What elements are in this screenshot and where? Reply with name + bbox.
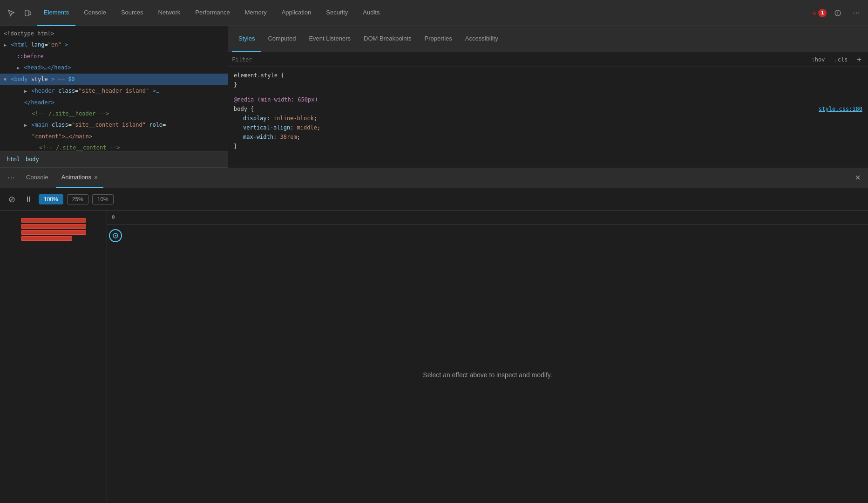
bottom-more-icon: ⋯ bbox=[7, 173, 15, 182]
cursor-icon-btn[interactable] bbox=[4, 7, 19, 19]
toolbar-right: ✕ 1 ⋯ bbox=[813, 7, 864, 19]
header-attrs: class="site__header island" bbox=[58, 88, 149, 94]
animations-tab-close[interactable]: × bbox=[94, 174, 98, 181]
pause-icon: ⏸ bbox=[25, 195, 32, 204]
comment-header-text: <!-- /.site__header --> bbox=[32, 110, 109, 117]
node-comment-header: <!-- /.site__header --> bbox=[0, 108, 228, 119]
tab-properties[interactable]: Properties bbox=[418, 26, 459, 52]
node-before[interactable]: ::before bbox=[0, 51, 228, 62]
tab-network[interactable]: Network bbox=[152, 0, 187, 26]
error-indicator[interactable]: ✕ 1 bbox=[813, 9, 827, 17]
tab-sources[interactable]: Sources bbox=[115, 0, 150, 26]
select-effect-message: Select an effect above to inspect and mo… bbox=[107, 247, 868, 503]
pause-btn[interactable]: ⏸ bbox=[22, 194, 35, 204]
speed-10-btn[interactable]: 10% bbox=[92, 194, 114, 204]
timeline-header: 0 bbox=[107, 211, 868, 224]
hov-button[interactable]: :hov bbox=[809, 55, 828, 64]
no-animations-btn[interactable]: ⊘ bbox=[6, 193, 18, 205]
svg-rect-1 bbox=[29, 12, 31, 15]
body-dollar0: $0 bbox=[68, 76, 75, 82]
elements-panel: <!doctype html> <html lang="en" > ::befo… bbox=[0, 26, 228, 168]
node-header[interactable]: <header class="site__header island" >… bbox=[0, 85, 228, 97]
css-element-selector: element.style { bbox=[234, 71, 862, 80]
pseudo-before: ::before bbox=[17, 53, 44, 60]
svg-rect-0 bbox=[25, 10, 29, 16]
comment-content-text: <!-- /.site__content --> bbox=[39, 144, 120, 151]
body-tag: <body bbox=[11, 76, 27, 82]
preview-bar-3 bbox=[21, 230, 86, 235]
html-arrow[interactable] bbox=[4, 42, 7, 48]
node-html[interactable]: <html lang="en" > bbox=[0, 39, 228, 51]
main-arrow[interactable] bbox=[24, 122, 27, 128]
breadcrumb-html[interactable]: html bbox=[4, 155, 23, 163]
play-cursor-icon[interactable] bbox=[109, 229, 122, 242]
add-style-button[interactable]: + bbox=[854, 54, 864, 65]
more-options-btn[interactable]: ⋯ bbox=[849, 7, 864, 19]
semi-2: ; bbox=[317, 124, 320, 131]
css-media-query: @media (min-width: 650px) bbox=[234, 95, 862, 104]
css-media-close: } bbox=[234, 142, 862, 151]
tab-audits[interactable]: Audits bbox=[356, 0, 386, 26]
speed-25-btn[interactable]: 25% bbox=[67, 194, 88, 204]
main-split: <!doctype html> <html lang="en" > ::befo… bbox=[0, 26, 868, 168]
tab-animations[interactable]: Animations × bbox=[56, 168, 104, 188]
media-close-brace: } bbox=[234, 143, 237, 150]
main-attrs: class="site__content island" role= bbox=[52, 122, 166, 128]
semi-3: ; bbox=[297, 134, 300, 140]
tab-application[interactable]: Application bbox=[275, 0, 318, 26]
node-main-content[interactable]: "content">…</main> bbox=[0, 131, 228, 142]
val-vertical-align: middle bbox=[297, 124, 317, 131]
tab-elements[interactable]: Elements bbox=[37, 0, 75, 26]
node-header-close: </header> bbox=[0, 97, 228, 108]
tab-console-bottom[interactable]: Console bbox=[20, 168, 54, 188]
prop-max-width: max-width bbox=[243, 134, 273, 140]
breadcrumb-body[interactable]: body bbox=[23, 155, 42, 163]
body-style: style bbox=[31, 76, 48, 82]
tab-console[interactable]: Console bbox=[77, 0, 113, 26]
tab-computed[interactable]: Computed bbox=[261, 26, 302, 52]
bottom-toolbar: ⋯ Console Animations × × bbox=[0, 168, 868, 188]
body-arrow[interactable] bbox=[4, 77, 7, 82]
element-style-close-brace: } bbox=[234, 82, 237, 88]
node-head[interactable]: <head>…</head> bbox=[0, 62, 228, 74]
timeline-right: 0 Select an effect above to inspect and … bbox=[107, 211, 868, 503]
bottom-more-btn[interactable]: ⋯ bbox=[4, 171, 19, 184]
head-arrow[interactable] bbox=[17, 65, 20, 70]
preview-bar-1 bbox=[21, 218, 86, 223]
prop-display: display bbox=[243, 115, 267, 122]
node-doctype[interactable]: <!doctype html> bbox=[0, 28, 228, 39]
feedback-icon-btn[interactable] bbox=[830, 7, 845, 19]
speed-100-btn[interactable]: 100% bbox=[39, 194, 63, 204]
no-anim-icon: ⊘ bbox=[8, 194, 15, 204]
html-attrs: lang="en" bbox=[31, 41, 61, 48]
tab-performance[interactable]: Performance bbox=[189, 0, 236, 26]
tab-styles[interactable]: Styles bbox=[232, 26, 261, 52]
tab-dom-breakpoints[interactable]: DOM Breakpoints bbox=[357, 26, 418, 52]
animation-timeline: 0 Select an effect above to inspect and … bbox=[0, 211, 868, 503]
element-style-selector: element.style { bbox=[234, 72, 284, 79]
animation-preview[interactable] bbox=[0, 211, 107, 248]
doctype-text: <!doctype html> bbox=[4, 30, 54, 37]
style-file-link[interactable]: style.css:180 bbox=[819, 104, 862, 114]
node-body[interactable]: <body style > == $0 bbox=[0, 74, 228, 85]
header-arrow[interactable] bbox=[24, 88, 27, 94]
tab-accessibility[interactable]: Accessibility bbox=[459, 26, 505, 52]
cls-button[interactable]: .cls bbox=[831, 55, 850, 64]
node-main[interactable]: <main class="site__content island" role= bbox=[0, 119, 228, 131]
val-max-width: 38rem bbox=[280, 134, 297, 140]
error-x-icon: ✕ bbox=[813, 9, 816, 17]
device-icon-btn[interactable] bbox=[20, 7, 35, 19]
more-icon: ⋯ bbox=[853, 8, 861, 17]
tab-event-listeners[interactable]: Event Listeners bbox=[302, 26, 357, 52]
tab-memory[interactable]: Memory bbox=[238, 0, 273, 26]
breadcrumb-bar: html body bbox=[0, 151, 228, 168]
content-value: "content">…</main> bbox=[32, 133, 92, 140]
header-close-tag: </header> bbox=[24, 99, 54, 106]
tab-security[interactable]: Security bbox=[319, 0, 354, 26]
bottom-panel-close[interactable]: × bbox=[851, 172, 864, 183]
styles-filter-input[interactable] bbox=[232, 56, 805, 63]
select-message-text: Select an effect above to inspect and mo… bbox=[423, 371, 552, 379]
css-prop-max-width: max-width: 38rem; bbox=[234, 132, 862, 142]
html-close: > bbox=[65, 41, 68, 48]
media-query-text: @media (min-width: 650px) bbox=[234, 96, 318, 103]
